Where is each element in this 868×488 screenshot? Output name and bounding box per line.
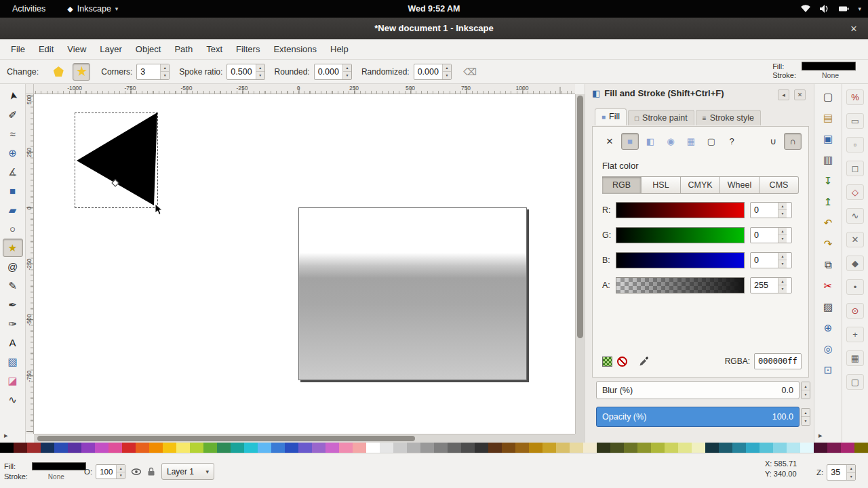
polygon-mode-button[interactable] <box>50 63 67 81</box>
import-button[interactable]: ↧ <box>818 172 837 189</box>
eraser-tool-button[interactable]: ◪ <box>3 371 23 390</box>
opacity-steppers[interactable]: ▲ ▼ <box>801 408 810 426</box>
palette-swatch[interactable] <box>719 443 732 453</box>
corners-spinbox[interactable]: 3 ▲ ▼ <box>136 64 170 80</box>
layer-lock-toggle[interactable] <box>145 466 157 478</box>
menu-file[interactable]: File <box>4 39 32 59</box>
snap-path-intersections-button[interactable]: ✕ <box>846 232 864 247</box>
spin-up-icon[interactable]: ▲ <box>778 253 787 261</box>
spin-down-icon[interactable]: ▼ <box>117 472 125 479</box>
horizontal-scrollbar-thumb[interactable] <box>37 436 415 441</box>
menu-path[interactable]: Path <box>167 39 199 59</box>
color-tab-cms[interactable]: CMS <box>760 176 799 194</box>
print-button[interactable]: ▥ <box>818 151 837 168</box>
vertical-scrollbar-thumb[interactable] <box>577 96 583 338</box>
toolbox-expander[interactable]: ▸ <box>0 431 8 440</box>
zoom-spinbox[interactable]: 35 ▲ ▼ <box>827 464 856 481</box>
copy-button[interactable]: ⧉ <box>818 256 837 273</box>
tab-stroke-style[interactable]: ≡ Stroke style <box>696 110 761 125</box>
canvas[interactable] <box>34 94 575 434</box>
red-slider[interactable] <box>616 202 745 218</box>
menu-extensions[interactable]: Extensions <box>267 39 323 59</box>
snap-cusp-nodes-button[interactable]: ◆ <box>846 256 864 271</box>
spin-up-icon[interactable]: ▲ <box>778 203 787 211</box>
ellipse-tool-button[interactable]: ○ <box>3 220 23 238</box>
menu-layer[interactable]: Layer <box>93 39 129 59</box>
blur-slider[interactable]: Blur (%) 0.0 <box>596 381 800 399</box>
paint-linear-gradient-button[interactable]: ◧ <box>642 133 659 150</box>
palette-swatch[interactable] <box>692 443 705 453</box>
spin-up-icon[interactable]: ▲ <box>161 64 169 73</box>
fill-rule-nonzero-button[interactable]: ∩ <box>784 133 802 150</box>
paste-button[interactable]: ▨ <box>818 298 837 315</box>
palette-swatch[interactable] <box>515 443 529 453</box>
palette-swatch[interactable] <box>420 443 434 453</box>
spoke-ratio-spinbox[interactable]: 0.500 ▲ ▼ <box>226 64 264 80</box>
menu-object[interactable]: Object <box>129 39 168 59</box>
selector-tool-button[interactable]: ➤ <box>2 84 24 107</box>
spin-down-icon[interactable]: ▼ <box>256 72 264 79</box>
palette-swatch[interactable] <box>149 443 163 453</box>
palette-swatch[interactable] <box>583 443 597 453</box>
palette-swatch[interactable] <box>827 443 841 453</box>
dock-close-button[interactable]: ✕ <box>794 89 806 100</box>
palette-swatch[interactable] <box>488 443 502 453</box>
palette-swatch[interactable] <box>353 443 366 453</box>
palette-swatch[interactable] <box>705 443 719 453</box>
palette-swatch[interactable] <box>637 443 651 453</box>
box3d-tool-button[interactable]: ▰ <box>3 201 23 219</box>
palette-swatch[interactable] <box>244 443 258 453</box>
palette-swatch[interactable] <box>746 443 760 453</box>
tab-stroke-paint[interactable]: □ Stroke paint <box>628 110 694 125</box>
dock-float-button[interactable]: ◂ <box>778 89 789 100</box>
palette-swatch[interactable] <box>231 443 244 453</box>
paint-swatch-button[interactable]: ▢ <box>703 133 720 150</box>
spin-down-icon[interactable]: ▼ <box>161 72 169 79</box>
pencil-tool-button[interactable]: ✎ <box>3 277 23 295</box>
palette-swatch[interactable] <box>68 443 81 453</box>
slider-spinbox[interactable]: 0 ▲ ▼ <box>750 202 792 218</box>
spin-steppers[interactable]: ▲ ▼ <box>442 64 451 79</box>
palette-swatch[interactable] <box>760 443 773 453</box>
pattern-swatch-icon[interactable] <box>602 357 612 367</box>
palette-swatch[interactable] <box>298 443 312 453</box>
snap-bbox-edges-button[interactable]: ▫ <box>846 137 864 152</box>
snap-toggle-button[interactable]: % <box>846 89 864 105</box>
palette-swatch[interactable] <box>27 443 41 453</box>
palette-swatch[interactable] <box>258 443 271 453</box>
spin-steppers[interactable]: ▲ ▼ <box>778 203 787 218</box>
spiral-tool-button[interactable]: @ <box>3 258 23 276</box>
zoom-page-button[interactable]: ⊡ <box>818 361 837 378</box>
palette-swatch[interactable] <box>203 443 217 453</box>
spin-up-icon[interactable]: ▲ <box>847 465 855 473</box>
palette-swatch[interactable] <box>176 443 190 453</box>
spin-steppers[interactable]: ▲ ▼ <box>342 64 351 79</box>
menu-view[interactable]: View <box>60 39 93 59</box>
rectangle-tool-button[interactable]: ■ <box>3 182 23 200</box>
palette-swatch[interactable] <box>271 443 285 453</box>
palette-swatch[interactable] <box>122 443 136 453</box>
calligraphy-tool-button[interactable]: ✑ <box>3 314 23 333</box>
color-tab-hsl[interactable]: HSL <box>642 176 681 194</box>
palette-swatch[interactable] <box>800 443 814 453</box>
fill-color-swatch[interactable] <box>32 462 86 470</box>
palette-swatch[interactable] <box>190 443 203 453</box>
zoom-drawing-button[interactable]: ◎ <box>818 340 837 357</box>
spin-up-icon[interactable]: ▲ <box>117 465 125 472</box>
activities-button[interactable]: Activities <box>8 3 50 15</box>
vertical-ruler[interactable]: 500 250 0 -250 -500 -750 <box>26 94 34 434</box>
opacity-spinbox[interactable]: 100 ▲ ▼ <box>96 464 125 479</box>
menu-filters[interactable]: Filters <box>229 39 267 59</box>
node-tool-button[interactable]: ✐ <box>3 106 23 124</box>
spin-up-icon[interactable]: ▲ <box>256 64 264 73</box>
palette-swatch[interactable] <box>542 443 556 453</box>
spin-up-icon[interactable]: ▲ <box>343 64 351 73</box>
palette-swatch[interactable] <box>732 443 746 453</box>
palette-swatch[interactable] <box>814 443 827 453</box>
spin-down-icon[interactable]: ▼ <box>778 235 787 243</box>
palette-swatch[interactable] <box>380 443 393 453</box>
palette-swatch[interactable] <box>461 443 475 453</box>
star-tool-button[interactable]: ★ <box>3 239 23 257</box>
spin-steppers[interactable]: ▲ ▼ <box>160 64 169 79</box>
spin-steppers[interactable]: ▲ ▼ <box>778 253 787 268</box>
